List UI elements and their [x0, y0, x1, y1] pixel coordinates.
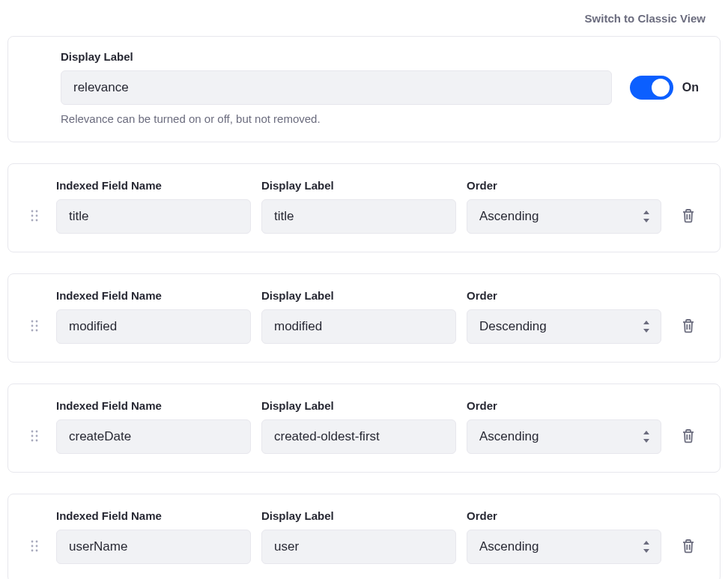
display-label-heading: Display Label: [261, 179, 456, 192]
delete-row-button[interactable]: [673, 190, 703, 223]
delete-row-button[interactable]: [673, 410, 703, 443]
drag-icon: [31, 540, 38, 552]
display-label-input[interactable]: [261, 530, 456, 564]
svg-point-14: [31, 434, 34, 437]
drag-icon: [31, 430, 38, 442]
svg-point-18: [31, 540, 34, 542]
sort-field-row: Indexed Field Name Display Label Order A…: [7, 163, 721, 252]
svg-point-13: [36, 430, 38, 432]
svg-point-11: [36, 329, 38, 331]
svg-point-3: [36, 214, 38, 216]
drag-handle[interactable]: [25, 522, 44, 552]
trash-icon: [682, 539, 695, 554]
order-heading: Order: [467, 289, 661, 302]
svg-point-5: [36, 219, 38, 221]
drag-icon: [31, 210, 38, 222]
svg-point-19: [36, 540, 38, 542]
indexed-field-input[interactable]: [56, 419, 251, 454]
drag-handle[interactable]: [25, 302, 44, 332]
order-heading: Order: [467, 399, 661, 412]
drag-handle[interactable]: [25, 192, 44, 222]
svg-point-23: [36, 549, 38, 551]
sort-field-row: Indexed Field Name Display Label Order A…: [7, 494, 721, 579]
order-heading: Order: [467, 179, 661, 192]
display-label-input[interactable]: [261, 199, 456, 234]
order-select[interactable]: Ascending: [467, 419, 661, 454]
order-select[interactable]: Descending: [467, 309, 661, 344]
order-heading: Order: [467, 509, 661, 522]
relevance-toggle[interactable]: [630, 76, 673, 100]
svg-point-0: [31, 210, 34, 212]
indexed-field-heading: Indexed Field Name: [56, 179, 251, 192]
relevance-toggle-state: On: [682, 81, 699, 94]
svg-point-6: [31, 320, 34, 322]
svg-point-2: [31, 214, 34, 216]
relevance-display-label-heading: Display Label: [61, 50, 612, 63]
svg-point-9: [36, 324, 38, 327]
indexed-field-heading: Indexed Field Name: [56, 509, 251, 522]
svg-point-7: [36, 320, 38, 322]
delete-row-button[interactable]: [673, 300, 703, 333]
drag-icon: [31, 320, 38, 332]
display-label-heading: Display Label: [261, 509, 456, 522]
display-label-heading: Display Label: [261, 289, 456, 302]
svg-point-15: [36, 434, 38, 437]
svg-point-21: [36, 545, 38, 547]
svg-point-1: [36, 210, 38, 212]
switch-classic-view-link[interactable]: Switch to Classic View: [585, 12, 706, 25]
svg-point-16: [31, 439, 34, 441]
trash-icon: [682, 208, 695, 223]
relevance-card: Display Label Relevance can be turned on…: [7, 36, 721, 142]
order-select[interactable]: Ascending: [467, 530, 661, 564]
display-label-input[interactable]: [261, 309, 456, 344]
svg-point-4: [31, 219, 34, 221]
svg-point-8: [31, 324, 34, 327]
svg-point-10: [31, 329, 34, 331]
sort-field-row: Indexed Field Name Display Label Order A…: [7, 384, 721, 473]
trash-icon: [682, 318, 695, 333]
display-label-heading: Display Label: [261, 399, 456, 412]
indexed-field-input[interactable]: [56, 309, 251, 344]
trash-icon: [682, 428, 695, 443]
indexed-field-input[interactable]: [56, 199, 251, 234]
relevance-display-label-input[interactable]: [61, 70, 612, 105]
relevance-helper-text: Relevance can be turned on or off, but n…: [61, 112, 612, 125]
order-select[interactable]: Ascending: [467, 199, 661, 234]
indexed-field-heading: Indexed Field Name: [56, 289, 251, 302]
svg-point-12: [31, 430, 34, 432]
sort-field-row: Indexed Field Name Display Label Order D…: [7, 273, 721, 363]
svg-point-17: [36, 439, 38, 441]
indexed-field-heading: Indexed Field Name: [56, 399, 251, 412]
delete-row-button[interactable]: [673, 521, 703, 554]
svg-point-20: [31, 545, 34, 547]
svg-point-22: [31, 549, 34, 551]
drag-handle[interactable]: [25, 412, 44, 442]
indexed-field-input[interactable]: [56, 530, 251, 564]
toggle-knob: [652, 79, 670, 97]
display-label-input[interactable]: [261, 419, 456, 454]
